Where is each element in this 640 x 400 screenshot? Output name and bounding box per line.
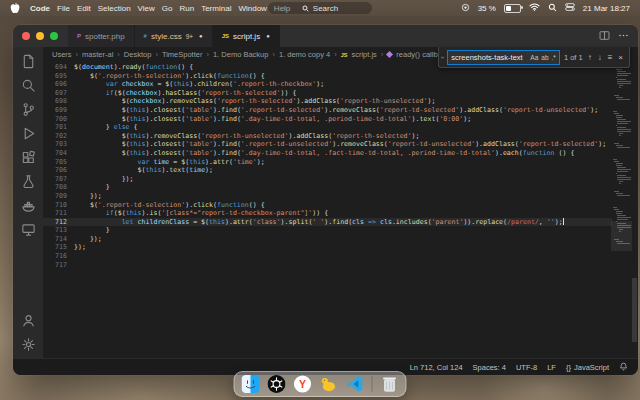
menu-item-window[interactable]: Window	[238, 4, 266, 13]
code-line[interactable]: 698 $(checkbox).removeClass('report-th-s…	[43, 97, 612, 106]
line-number[interactable]: 699	[43, 106, 74, 115]
tab-style-css[interactable]: #style.css9+●	[135, 25, 213, 47]
code-line[interactable]: 704 $(this).closest('table').find('.day-…	[43, 149, 612, 158]
breadcrumb-item[interactable]: 1. demo copy 4	[279, 50, 330, 59]
run-and-debug-icon[interactable]	[21, 126, 36, 141]
find-close-icon[interactable]: ×	[617, 53, 624, 62]
find-next-icon[interactable]: ↓	[597, 53, 603, 62]
code-line[interactable]: 699 $(this).closest('table').find('.repo…	[43, 106, 612, 115]
line-number[interactable]: 701	[43, 123, 74, 132]
dock-yandex-browser-icon[interactable]: Y	[294, 375, 312, 393]
breadcrumb-item[interactable]: TimeSpotter	[162, 50, 203, 59]
menu-item-terminal[interactable]: Terminal	[201, 4, 231, 13]
line-number[interactable]: 708	[43, 183, 74, 192]
code-line[interactable]: 707 });	[43, 175, 612, 184]
tab-script-js[interactable]: JSscript.js●	[213, 25, 280, 47]
line-number[interactable]: 695	[43, 72, 74, 81]
line-number[interactable]: 716	[43, 252, 74, 261]
dock-trash-icon[interactable]	[381, 375, 399, 393]
line-number[interactable]: 711	[43, 209, 74, 218]
menu-item-run[interactable]: Run	[179, 4, 194, 13]
line-number[interactable]: 704	[43, 149, 74, 158]
file-encoding[interactable]: UTF-8	[516, 363, 537, 372]
account-icon[interactable]	[21, 313, 36, 328]
find-previous-icon[interactable]: ↑	[587, 53, 593, 62]
line-number[interactable]: 696	[43, 80, 74, 89]
settings-icon[interactable]	[21, 337, 36, 352]
editor-scrollbar[interactable]	[631, 62, 638, 358]
line-number[interactable]: 712	[43, 218, 74, 227]
code-line[interactable]: 715});	[43, 243, 612, 252]
find-in-selection-icon[interactable]: ≡	[607, 53, 614, 62]
line-number[interactable]: 710	[43, 201, 74, 210]
breadcrumb-item[interactable]: Desktop	[124, 50, 152, 59]
dock-chatgpt-icon[interactable]	[268, 375, 286, 393]
line-number[interactable]: 703	[43, 140, 74, 149]
notifications-bell-icon[interactable]	[619, 362, 628, 373]
minimap[interactable]	[613, 63, 631, 358]
record-indicator-icon[interactable]	[461, 3, 470, 14]
line-number[interactable]: 698	[43, 97, 74, 106]
cursor-position[interactable]: Ln 712, Col 124	[410, 363, 463, 372]
code-line[interactable]: 697 if($(checkbox).hasClass('report-th-s…	[43, 89, 612, 98]
line-number[interactable]: 709	[43, 192, 74, 201]
extensions-icon[interactable]	[21, 150, 36, 165]
more-actions-icon[interactable]	[618, 27, 629, 45]
breadcrumb-item[interactable]: Users	[52, 50, 72, 59]
dock-cyberduck-icon[interactable]	[320, 375, 338, 393]
explorer-icon[interactable]	[21, 54, 36, 69]
minimap-slider[interactable]	[611, 221, 632, 251]
tab-spotter-php[interactable]: Pspotter.php	[68, 25, 135, 47]
code-line[interactable]: 710 $('.report-td-selection').click(func…	[43, 201, 612, 210]
toggle-replace-icon[interactable]: ›	[438, 56, 447, 59]
control-center-icon[interactable]	[565, 2, 575, 14]
dock-finder-icon[interactable]	[242, 375, 260, 393]
line-number[interactable]: 714	[43, 235, 74, 244]
search-icon[interactable]	[21, 78, 36, 93]
source-control-icon[interactable]	[21, 102, 36, 117]
eol-sequence[interactable]: LF	[547, 363, 556, 372]
code-line[interactable]: 703 $(this).closest('table').find('.repo…	[43, 140, 612, 149]
line-number[interactable]: 702	[43, 132, 74, 141]
dock-visual-studio-code-icon[interactable]	[346, 375, 364, 393]
code-line[interactable]: 696 var checkbox = $(this).children('.re…	[43, 80, 612, 89]
line-number[interactable]: 713	[43, 226, 74, 235]
code-line[interactable]: 708 }	[43, 183, 612, 192]
menubar-search-pill[interactable]: Search	[268, 2, 372, 14]
scrollbar-thumb[interactable]	[632, 278, 637, 342]
testing-icon[interactable]	[21, 174, 36, 189]
code-line[interactable]: 711 if($(this).is('[class*="report-td-ch…	[43, 209, 612, 218]
line-number[interactable]: 705	[43, 158, 74, 167]
breadcrumb-item[interactable]: master-al	[82, 50, 113, 59]
menu-item-go[interactable]: Go	[162, 4, 173, 13]
breadcrumb-item[interactable]: 1. Demo Backup	[213, 50, 268, 59]
breadcrumb-item[interactable]: script.js	[351, 50, 376, 59]
wifi-icon[interactable]	[529, 3, 540, 13]
line-number[interactable]: 706	[43, 166, 74, 175]
close-window-button[interactable]	[22, 32, 30, 40]
remote-icon[interactable]	[21, 222, 36, 237]
menu-item-file[interactable]: File	[57, 4, 70, 13]
menubar-clock[interactable]: 21 Mar 18:27	[583, 4, 630, 13]
indentation-setting[interactable]: Spaces: 4	[473, 363, 506, 372]
line-number[interactable]: 707	[43, 175, 74, 184]
battery-icon[interactable]	[504, 4, 521, 13]
menu-item-edit[interactable]: Edit	[77, 4, 91, 13]
language-mode[interactable]: {} JavaScript	[566, 363, 609, 372]
regex-icon[interactable]: .*	[552, 54, 556, 61]
line-number[interactable]: 715	[43, 243, 74, 252]
menu-item-view[interactable]: View	[138, 4, 155, 13]
code-line[interactable]: 716	[43, 252, 612, 261]
code-line[interactable]: 709 });	[43, 192, 612, 201]
code-line[interactable]: 700 $(this).closest('table').find('.day-…	[43, 115, 612, 124]
code-line[interactable]: 717	[43, 261, 612, 270]
code-line[interactable]: 714 });	[43, 235, 612, 244]
code-line[interactable]: 713 }	[43, 226, 612, 235]
match-case-icon[interactable]: Aa	[530, 54, 538, 61]
apple-menu-icon[interactable]	[10, 2, 20, 14]
code-line[interactable]: 706 $(this).text(time);	[43, 166, 612, 175]
split-editor-icon[interactable]	[599, 27, 610, 45]
find-input[interactable]	[451, 53, 527, 62]
code-line[interactable]: 702 $(this).removeClass('report-th-unsel…	[43, 132, 612, 141]
line-number[interactable]: 717	[43, 261, 74, 270]
